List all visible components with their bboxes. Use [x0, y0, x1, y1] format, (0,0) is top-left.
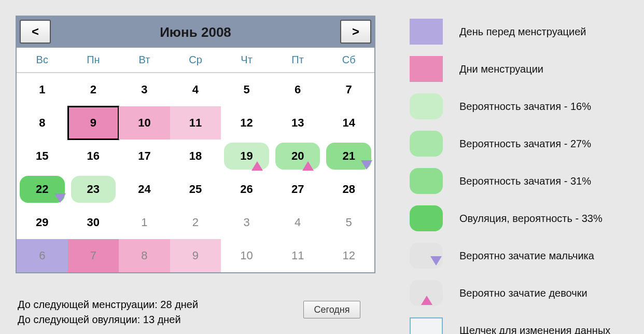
girl-marker-icon [251, 161, 263, 171]
weekday-2: Вт [119, 48, 170, 72]
day-cell[interactable]: 25 [170, 173, 221, 206]
day-cell[interactable]: 28 [323, 173, 374, 206]
day-number: 8 [141, 249, 147, 262]
day-number: 13 [291, 116, 304, 130]
day-cell[interactable]: 6 [17, 239, 68, 272]
day-cell[interactable]: 2 [68, 73, 119, 106]
day-cell[interactable]: 1 [17, 73, 68, 106]
day-number: 2 [90, 83, 96, 96]
next-ovulation-label: До следующей овуляции: 13 дней [18, 314, 198, 326]
day-cell[interactable]: 17 [119, 140, 170, 173]
day-number: 10 [240, 249, 253, 262]
legend-row: Вероятность зачатия - 27% [410, 131, 633, 157]
day-cell[interactable]: 4 [272, 206, 324, 239]
day-number: 27 [291, 183, 304, 196]
day-number: 2 [192, 216, 199, 229]
day-number: 6 [39, 249, 45, 262]
day-cell[interactable]: 27 [272, 173, 324, 206]
legend-label: Дни менструации [459, 63, 543, 75]
legend-swatch [410, 19, 443, 45]
day-cell[interactable]: 21 [323, 140, 374, 173]
weekday-4: Чт [221, 48, 272, 72]
legend-swatch [410, 93, 443, 119]
legend-swatch [410, 243, 443, 269]
day-cell[interactable]: 22 [17, 173, 68, 206]
day-cell[interactable]: 9 [68, 106, 119, 140]
day-cell[interactable]: 24 [119, 173, 170, 206]
legend-swatch [410, 205, 443, 231]
day-cell[interactable]: 7 [68, 239, 119, 272]
legend-label: Вероятность зачатия - 31% [459, 175, 591, 187]
legend-label: Овуляция, вероятность - 33% [459, 213, 603, 225]
day-cell[interactable]: 11 [170, 106, 221, 140]
legend-swatch [410, 280, 443, 306]
legend-row: Вероятно зачатие мальчика [410, 243, 633, 269]
legend-row: Вероятно зачатие девочки [410, 280, 633, 306]
next-month-button[interactable]: > [340, 20, 371, 44]
legend-swatch [410, 317, 443, 334]
girl-marker-icon [421, 296, 432, 305]
day-cell[interactable]: 11 [272, 239, 324, 272]
day-cell[interactable]: 20 [272, 140, 324, 173]
day-number: 22 [36, 183, 48, 196]
day-cell[interactable]: 3 [221, 206, 272, 239]
month-title: Июнь 2008 [54, 17, 337, 47]
day-number: 7 [346, 83, 352, 96]
legend-label: Вероятно зачатие девочки [459, 287, 587, 299]
day-cell[interactable]: 8 [17, 106, 68, 140]
legend-label: Щелчек для изменения данных [459, 325, 610, 335]
day-cell[interactable]: 10 [221, 239, 272, 272]
next-menstruation-label: До следующей менструации: 28 дней [18, 299, 198, 311]
day-number: 25 [189, 183, 202, 196]
day-cell[interactable]: 23 [68, 173, 119, 206]
day-cell[interactable]: 9 [170, 239, 221, 272]
day-cell[interactable]: 19 [221, 140, 272, 173]
day-cell[interactable]: 13 [272, 106, 324, 140]
day-number: 10 [138, 116, 150, 130]
day-cell[interactable]: 12 [323, 239, 374, 272]
day-cell[interactable]: 30 [68, 206, 119, 239]
day-cell[interactable]: 6 [272, 73, 324, 106]
legend-row: Щелчек для изменения данных [410, 317, 633, 334]
day-cell[interactable]: 5 [221, 73, 272, 106]
day-cell[interactable]: 8 [119, 239, 170, 272]
day-cell[interactable]: 2 [170, 206, 221, 239]
day-number: 3 [141, 83, 147, 96]
day-cell[interactable]: 12 [221, 106, 272, 140]
boy-marker-icon [361, 160, 372, 170]
legend-row: Вероятность зачатия - 31% [410, 168, 633, 194]
day-cell[interactable]: 5 [323, 206, 374, 239]
day-cell[interactable]: 1 [119, 206, 170, 239]
day-cell[interactable]: 3 [119, 73, 170, 106]
day-cell[interactable]: 29 [17, 206, 68, 239]
day-number: 11 [189, 116, 202, 130]
boy-marker-icon [54, 193, 66, 203]
day-cell[interactable]: 15 [17, 140, 68, 173]
legend-swatch [410, 168, 443, 194]
day-cell[interactable]: 10 [119, 106, 170, 140]
calendar-grid: 1234567891011121314151617181920212223242… [17, 73, 374, 272]
day-cell[interactable]: 16 [68, 140, 119, 173]
day-number: 8 [39, 116, 45, 130]
legend-swatch [410, 56, 443, 82]
legend-row: Овуляция, вероятность - 33% [410, 205, 633, 231]
day-number: 5 [243, 83, 249, 96]
legend-row: Вероятность зачатия - 16% [410, 93, 633, 119]
day-cell[interactable]: 4 [170, 73, 221, 106]
weekday-row: ВсПнВтСрЧтПтСб [17, 48, 374, 73]
day-number: 18 [189, 149, 202, 163]
day-cell[interactable]: 18 [170, 140, 221, 173]
legend-panel: День перед менструациейДни менструацииВе… [410, 19, 633, 334]
day-number: 1 [39, 83, 45, 96]
day-number: 16 [87, 149, 100, 163]
prev-month-button[interactable]: < [20, 20, 51, 44]
day-cell[interactable]: 14 [323, 106, 374, 140]
day-number: 14 [342, 116, 355, 130]
day-number: 26 [240, 183, 253, 196]
day-number: 4 [192, 83, 199, 96]
day-cell[interactable]: 7 [323, 73, 374, 106]
day-cell[interactable]: 26 [221, 173, 272, 206]
boy-marker-icon [430, 256, 442, 266]
day-number: 23 [87, 183, 100, 196]
today-button[interactable]: Сегодня [303, 301, 360, 318]
